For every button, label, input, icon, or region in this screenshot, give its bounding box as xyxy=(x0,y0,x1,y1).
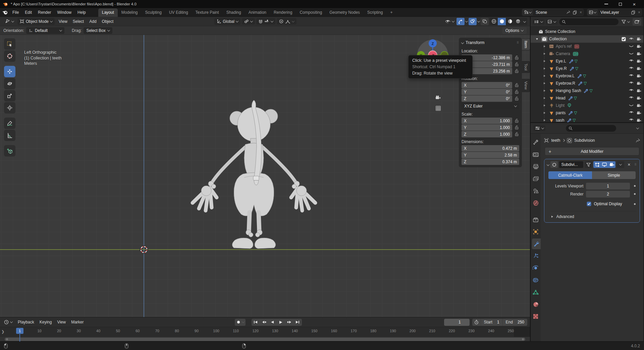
cursor-tool[interactable] xyxy=(4,50,15,62)
disable-in-renders-icon[interactable] xyxy=(637,52,641,56)
collapse-chevron[interactable] xyxy=(547,163,549,166)
scale-field[interactable]: Z 1.000 xyxy=(462,131,512,137)
disable-in-renders-icon[interactable] xyxy=(637,59,641,63)
transform-tool[interactable] xyxy=(4,102,15,114)
properties-options-chevron[interactable] xyxy=(636,126,639,129)
properties-tab-output[interactable] xyxy=(531,161,541,172)
blender-menu-logo-icon[interactable] xyxy=(2,10,8,15)
expand-arrow-icon[interactable] xyxy=(543,67,546,70)
hide-in-viewport-icon[interactable] xyxy=(629,96,634,100)
play-reverse-button[interactable] xyxy=(268,319,277,326)
modifier-drag-handle[interactable]: ⠿ xyxy=(634,163,637,166)
outliner-row[interactable]: ▼ Apo's ref ▽ xyxy=(531,43,643,50)
modifier-name-field[interactable]: Subdivi... xyxy=(559,161,583,168)
rotation-field[interactable]: X 0° xyxy=(462,82,512,88)
workspace-tab[interactable]: Animation xyxy=(245,8,270,17)
add-cube-tool[interactable] xyxy=(4,145,15,157)
outliner-filter-dropdown[interactable] xyxy=(620,19,631,25)
outliner-display-mode-dropdown[interactable] xyxy=(533,19,544,25)
show-in-render-toggle[interactable] xyxy=(608,161,615,168)
outliner-row[interactable]: ▼ Hanging Sash ▽ xyxy=(531,87,643,94)
current-frame-field[interactable]: 1 xyxy=(444,319,470,326)
expand-arrow-icon[interactable] xyxy=(543,119,546,122)
jump-to-next-keyframe-button[interactable] xyxy=(285,319,293,326)
dimension-field[interactable]: Z 0.374 m xyxy=(462,159,519,165)
transform-orientation-dropdown[interactable]: Global xyxy=(214,18,240,25)
expand-arrow-icon[interactable] xyxy=(543,59,546,63)
shading-solid-button[interactable] xyxy=(498,18,506,25)
workspace-tab[interactable]: Rendering xyxy=(270,8,296,17)
lock-icon[interactable] xyxy=(514,119,519,123)
outliner-row[interactable]: ▼ Eyebrow.L ▽ xyxy=(531,72,643,80)
jump-to-prev-keyframe-button[interactable] xyxy=(260,319,268,326)
viewlayer-new-button[interactable] xyxy=(630,9,637,15)
start-frame-field[interactable]: Start 1 xyxy=(481,319,502,326)
expand-arrow-icon[interactable] xyxy=(543,52,546,55)
properties-tab-world[interactable] xyxy=(531,198,541,208)
properties-tab-particles[interactable] xyxy=(531,251,541,261)
scene-name[interactable]: Scene xyxy=(533,10,565,15)
outliner-row[interactable]: ▼ pants ▽ xyxy=(531,109,643,117)
pin-icon[interactable] xyxy=(636,138,640,143)
properties-editor-type-button[interactable] xyxy=(533,125,545,131)
properties-tab-collection[interactable] xyxy=(531,214,541,225)
editor-type-button[interactable] xyxy=(3,18,16,25)
timeline-editor-type-button[interactable] xyxy=(3,319,14,325)
rotation-field[interactable]: Y 0° xyxy=(462,89,512,95)
use-preview-range-button[interactable] xyxy=(472,319,481,326)
minimize-button[interactable] xyxy=(599,0,613,8)
show-in-edit-mode-toggle[interactable] xyxy=(593,161,601,168)
expand-arrow-icon[interactable] xyxy=(543,111,546,115)
dimension-field[interactable]: X 0.472 m xyxy=(462,145,519,151)
select-box-tool[interactable] xyxy=(4,38,15,50)
shading-rendered-button[interactable] xyxy=(514,18,522,25)
shading-wireframe-button[interactable] xyxy=(490,18,498,25)
breadcrumb-object-name[interactable]: teeth xyxy=(551,138,560,143)
annotate-tool[interactable] xyxy=(4,118,15,129)
measure-tool[interactable] xyxy=(4,130,15,141)
pivot-point-dropdown[interactable] xyxy=(242,18,255,25)
properties-search-input[interactable] xyxy=(566,125,616,132)
app-menu-item[interactable]: Edit xyxy=(22,9,35,16)
properties-tab-object-data[interactable] xyxy=(531,287,541,298)
outliner-row[interactable]: ▼ sash ▽ xyxy=(531,117,643,122)
dimension-field[interactable]: Y 2.58 m xyxy=(462,152,519,158)
transform-panel-header[interactable]: Transform ⠿ xyxy=(462,40,519,47)
animate-dot[interactable] xyxy=(634,203,636,205)
hide-in-viewport-icon[interactable] xyxy=(629,74,634,78)
expand-arrow-icon[interactable] xyxy=(535,37,539,41)
end-frame-field[interactable]: End 250 xyxy=(502,319,527,326)
drag-value-dropdown[interactable]: Select Box xyxy=(84,27,112,34)
workspace-tab[interactable]: Scripting xyxy=(364,8,387,17)
app-menu-item[interactable]: Window xyxy=(54,9,74,16)
properties-tab-material[interactable] xyxy=(531,299,541,310)
lock-icon[interactable] xyxy=(514,125,519,130)
scene-pin-button[interactable] xyxy=(565,9,572,15)
auto-keying-button[interactable] xyxy=(235,319,246,326)
disable-in-renders-icon[interactable] xyxy=(637,119,641,122)
modifier-extras-dropdown[interactable] xyxy=(617,161,624,168)
expand-arrow-icon[interactable] xyxy=(543,82,546,85)
app-menu-item[interactable]: File xyxy=(9,9,22,16)
show-on-cage-toggle[interactable] xyxy=(585,161,592,168)
scale-tool[interactable] xyxy=(4,90,15,101)
properties-tab-view-layer[interactable] xyxy=(531,173,541,184)
workspace-tab[interactable]: Shading xyxy=(223,8,245,17)
hide-in-viewport-icon[interactable] xyxy=(629,51,634,56)
move-tool[interactable] xyxy=(4,66,15,77)
panel-drag-handle[interactable]: ⠿ xyxy=(517,41,519,44)
orientation-value-dropdown[interactable]: Default xyxy=(26,27,64,34)
outliner-row[interactable]: ▼ Eye.L ▽ xyxy=(531,57,643,65)
outliner-filter-display-dropdown[interactable] xyxy=(546,19,557,25)
lock-icon[interactable] xyxy=(514,96,519,101)
show-overlays-toggle[interactable] xyxy=(469,18,477,25)
outliner-row-scene-collection[interactable]: Scene Collection xyxy=(531,28,643,35)
viewport-3d[interactable]: Object Mode ViewSelectAddObject Global xyxy=(0,17,530,317)
options-dropdown[interactable]: Options xyxy=(502,27,527,34)
workspace-tab[interactable]: + xyxy=(387,8,396,17)
workspace-tab[interactable]: Geometry Nodes xyxy=(326,8,364,17)
viewport-menu-item[interactable]: Select xyxy=(70,18,87,25)
hide-in-viewport-icon[interactable] xyxy=(629,103,634,108)
outliner-row[interactable]: ▼ Head ▽ xyxy=(531,94,643,102)
scene-unlink-button[interactable]: × xyxy=(578,9,583,15)
